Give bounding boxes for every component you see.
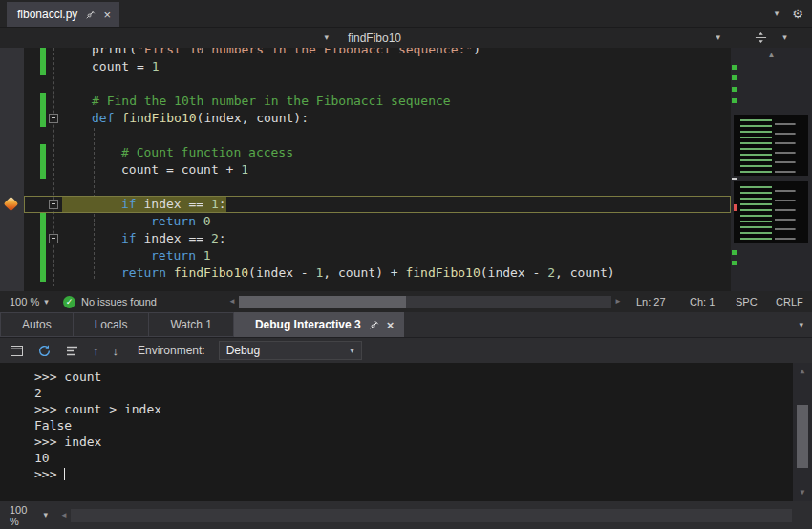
breakpoint-icon[interactable]: [4, 197, 19, 212]
glyph-margin[interactable]: [0, 48, 24, 291]
tab-debug-interactive-3[interactable]: Debug Interactive 3 ×: [234, 312, 404, 337]
code-line[interactable]: return 0: [24, 213, 731, 230]
horizontal-scrollbar[interactable]: ◄ ►: [225, 291, 625, 312]
change-indicator: [40, 58, 46, 75]
code-line[interactable]: # Count function access: [24, 144, 731, 161]
code-area[interactable]: print("First 10 numbers in the Fibonacci…: [24, 48, 731, 291]
code-text: return 0: [151, 213, 211, 230]
zoom-control[interactable]: 100 % ▾: [0, 504, 57, 527]
code-line[interactable]: return 1: [24, 247, 731, 264]
spaces-indicator[interactable]: SPC: [724, 296, 764, 307]
tab-watch-1[interactable]: Watch 1: [149, 312, 234, 337]
reset-icon[interactable]: [37, 344, 52, 358]
change-mark: [732, 250, 737, 255]
close-icon[interactable]: ×: [387, 319, 395, 331]
zoom-level: 100 %: [10, 504, 38, 527]
code-text: if index == 2:: [121, 230, 226, 247]
pin-icon[interactable]: [85, 10, 96, 20]
code-line[interactable]: [24, 179, 731, 196]
close-icon[interactable]: ×: [103, 9, 111, 21]
code-line[interactable]: return findFibo10(index - 1, count) + fi…: [24, 264, 731, 282]
code-line[interactable]: # Find the 10th number in the Fibonacci …: [24, 93, 731, 110]
zoom-control[interactable]: 100 % ▾: [0, 296, 63, 307]
scroll-right-icon[interactable]: ►: [611, 298, 625, 306]
tab-label: fibonacci.py: [17, 8, 77, 21]
vertical-scrollbar[interactable]: ▲ ▼: [793, 363, 812, 501]
interactive-output: >>> count2>>> count > indexFalse>>> inde…: [34, 369, 787, 482]
scroll-down-icon[interactable]: ▼: [793, 489, 812, 497]
tab-fibonacci-py[interactable]: fibonacci.py ×: [7, 2, 119, 27]
code-line[interactable]: count = count + 1: [24, 161, 731, 179]
tab-label: Debug Interactive 3: [255, 318, 361, 331]
line-ending-indicator[interactable]: CRLF: [764, 296, 812, 307]
pin-icon[interactable]: [369, 320, 379, 330]
navbar-member-dropdown[interactable]: findFibo10 ▾: [336, 28, 730, 48]
minimap-code-lines: [737, 184, 805, 240]
change-mark: [732, 87, 737, 92]
chevron-down-icon: ▾: [716, 33, 720, 42]
chevron-down-icon[interactable]: ▾: [775, 10, 780, 18]
minimap-code-preview: [734, 181, 808, 243]
code-line[interactable]: if index == 1:: [24, 196, 731, 213]
line-indicator[interactable]: Ln: 27: [625, 296, 678, 307]
tab-autos[interactable]: Autos: [0, 312, 74, 337]
settings-gear-icon[interactable]: ⚙: [792, 8, 803, 20]
split-window-icon[interactable]: [755, 32, 767, 44]
scrollbar-thumb[interactable]: [239, 296, 407, 308]
console-line: 2: [34, 385, 787, 401]
code-line[interactable]: count = 1: [24, 58, 731, 75]
scrollbar-thumb[interactable]: [797, 405, 808, 468]
chevron-down-icon[interactable]: ▾: [782, 33, 787, 42]
navbar-scope-dropdown[interactable]: ▾: [0, 28, 336, 48]
change-mark: [732, 98, 737, 103]
breakpoint-mark: [734, 204, 737, 211]
collapse-toggle-icon[interactable]: [49, 200, 58, 209]
environment-label: Environment:: [138, 344, 205, 357]
environment-value: Debug: [226, 344, 350, 357]
check-icon: ✓: [63, 296, 75, 308]
code-line[interactable]: if index == 2:: [24, 230, 731, 247]
scrollbar-track[interactable]: [71, 509, 792, 522]
history-next-icon[interactable]: ↓: [113, 344, 119, 358]
scroll-left-icon[interactable]: ◄: [57, 512, 71, 519]
code-editor[interactable]: print("First 10 numbers in the Fibonacci…: [0, 48, 812, 291]
code-text: count = count + 1: [121, 161, 248, 179]
vs-window: fibonacci.py × ▾ ⚙ ▾ findFibo10 ▾ ▾ prin…: [0, 0, 812, 529]
interactive-console[interactable]: >>> count2>>> count > indexFalse>>> inde…: [0, 363, 812, 501]
environment-select[interactable]: Debug ▾: [219, 341, 362, 360]
change-indicator: [40, 144, 46, 161]
change-indicator: [40, 264, 46, 282]
issues-indicator[interactable]: ✓ No issues found: [63, 296, 225, 308]
history-previous-icon[interactable]: ↑: [93, 344, 99, 358]
clear-screen-icon[interactable]: [65, 344, 79, 358]
new-interactive-window-icon[interactable]: [10, 344, 24, 358]
collapse-toggle-icon[interactable]: [49, 114, 58, 123]
code-line[interactable]: [24, 127, 731, 144]
scroll-up-icon[interactable]: ▲: [793, 368, 812, 375]
code-text: if index == 1:: [62, 196, 226, 213]
code-text: # Find the 10th number in the Fibonacci …: [92, 93, 451, 110]
console-line: >>> count > index: [34, 401, 787, 417]
change-indicator: [40, 230, 46, 247]
scrollbar-track[interactable]: [239, 296, 611, 308]
collapse-toggle-icon[interactable]: [49, 234, 58, 243]
chevron-down-icon[interactable]: ▾: [799, 321, 803, 329]
code-line[interactable]: [24, 75, 731, 93]
interactive-toolbar: ↑ ↓ Environment: Debug ▾: [0, 337, 812, 363]
scroll-left-icon[interactable]: ◄: [225, 298, 239, 306]
minimap-scrollbar[interactable]: ▲: [731, 48, 812, 291]
navigation-bar: ▾ findFibo10 ▾ ▾: [0, 27, 812, 48]
zoom-level: 100 %: [10, 296, 39, 307]
code-text: count = 1: [92, 58, 159, 75]
code-text: def findFibo10(index, count):: [92, 110, 309, 127]
code-line[interactable]: def findFibo10(index, count):: [24, 110, 731, 127]
interactive-status-bar: 100 % ▾ ◄: [0, 501, 812, 529]
change-mark: [732, 261, 737, 265]
scroll-up-icon[interactable]: ▲: [731, 51, 812, 59]
tab-locals[interactable]: Locals: [74, 312, 150, 337]
column-indicator[interactable]: Ch: 1: [678, 296, 724, 307]
change-indicator: [40, 48, 46, 58]
code-text: # Count function access: [121, 144, 293, 161]
code-line[interactable]: print("First 10 numbers in the Fibonacci…: [24, 48, 731, 58]
current-line-mark: [732, 178, 737, 180]
